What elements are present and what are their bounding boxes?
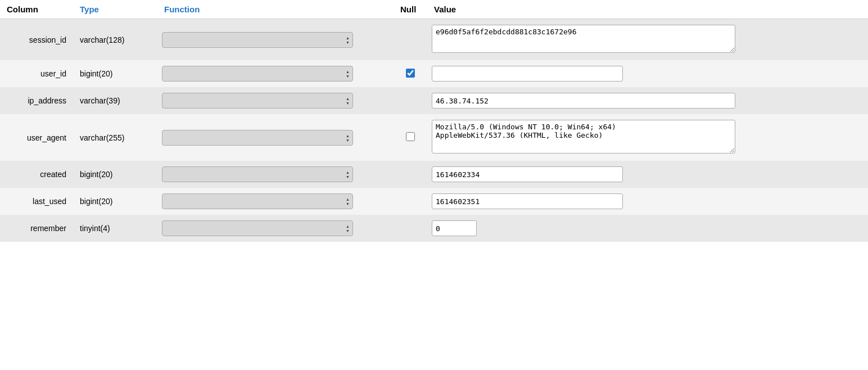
cell-column-type: bigint(20): [73, 161, 157, 188]
cell-column-name: created: [0, 161, 73, 188]
value-input[interactable]: [432, 220, 477, 236]
function-select[interactable]: [162, 66, 353, 82]
null-checkbox[interactable]: [406, 69, 415, 78]
table-row: remembertinyint(4)▲▼: [0, 215, 868, 242]
cell-column-name: session_id: [0, 19, 73, 61]
table-row: user_idbigint(20)▲▼: [0, 60, 868, 87]
cell-column-name: user_id: [0, 60, 73, 87]
function-select-wrapper: ▲▼: [162, 130, 353, 146]
function-select[interactable]: [162, 130, 353, 146]
cell-value[interactable]: [427, 87, 868, 114]
table-row: ip_addressvarchar(39)▲▼: [0, 87, 868, 114]
cell-column-type: bigint(20): [73, 188, 157, 215]
cell-column-type: tinyint(4): [73, 215, 157, 242]
cell-column-name: remember: [0, 215, 73, 242]
function-select[interactable]: [162, 220, 353, 236]
header-type: Type: [73, 0, 157, 19]
cell-null[interactable]: [394, 188, 427, 215]
cell-function[interactable]: ▲▼: [157, 114, 394, 161]
cell-function[interactable]: ▲▼: [157, 60, 394, 87]
function-select-wrapper: ▲▼: [162, 166, 353, 182]
data-table: Column Type Function Null Value session_…: [0, 0, 868, 242]
value-input[interactable]: [432, 93, 735, 109]
value-input[interactable]: [432, 66, 623, 82]
function-select-wrapper: ▲▼: [162, 32, 353, 48]
header-null: Null: [394, 0, 427, 19]
function-select-wrapper: ▲▼: [162, 93, 353, 109]
cell-column-name: user_agent: [0, 114, 73, 161]
null-checkbox[interactable]: [406, 132, 415, 141]
cell-function[interactable]: ▲▼: [157, 19, 394, 61]
cell-column-type: varchar(39): [73, 87, 157, 114]
table-row: session_idvarchar(128)▲▼e96d0f5af6f2ebdc…: [0, 19, 868, 61]
table-row: createdbigint(20)▲▼: [0, 161, 868, 188]
function-select-wrapper: ▲▼: [162, 193, 353, 209]
cell-null[interactable]: [394, 215, 427, 242]
value-textarea[interactable]: Mozilla/5.0 (Windows NT 10.0; Win64; x64…: [432, 120, 735, 154]
cell-function[interactable]: ▲▼: [157, 87, 394, 114]
header-function: Function: [157, 0, 394, 19]
cell-null[interactable]: [394, 19, 427, 61]
cell-value[interactable]: [427, 161, 868, 188]
value-textarea[interactable]: e96d0f5af6f2ebdcdd881c83c1672e96: [432, 25, 735, 53]
cell-null[interactable]: [394, 87, 427, 114]
cell-value[interactable]: [427, 188, 868, 215]
cell-column-type: varchar(255): [73, 114, 157, 161]
main-table-wrapper: Column Type Function Null Value session_…: [0, 0, 868, 370]
cell-function[interactable]: ▲▼: [157, 188, 394, 215]
table-header-row: Column Type Function Null Value: [0, 0, 868, 19]
function-select[interactable]: [162, 32, 353, 48]
cell-null[interactable]: [394, 60, 427, 87]
cell-column-type: varchar(128): [73, 19, 157, 61]
cell-value[interactable]: e96d0f5af6f2ebdcdd881c83c1672e96: [427, 19, 868, 61]
cell-function[interactable]: ▲▼: [157, 161, 394, 188]
table-row: user_agentvarchar(255)▲▼Mozilla/5.0 (Win…: [0, 114, 868, 161]
cell-value[interactable]: Mozilla/5.0 (Windows NT 10.0; Win64; x64…: [427, 114, 868, 161]
cell-null[interactable]: [394, 114, 427, 161]
header-column: Column: [0, 0, 73, 19]
function-select-wrapper: ▲▼: [162, 220, 353, 236]
function-select[interactable]: [162, 93, 353, 109]
function-select-wrapper: ▲▼: [162, 66, 353, 82]
value-input[interactable]: [432, 166, 623, 182]
cell-null[interactable]: [394, 161, 427, 188]
table-row: last_usedbigint(20)▲▼: [0, 188, 868, 215]
function-select[interactable]: [162, 166, 353, 182]
cell-function[interactable]: ▲▼: [157, 215, 394, 242]
value-input[interactable]: [432, 193, 623, 209]
cell-column-name: last_used: [0, 188, 73, 215]
header-value: Value: [427, 0, 868, 19]
cell-value[interactable]: [427, 215, 868, 242]
cell-column-type: bigint(20): [73, 60, 157, 87]
function-select[interactable]: [162, 193, 353, 209]
cell-column-name: ip_address: [0, 87, 73, 114]
cell-value[interactable]: [427, 60, 868, 87]
